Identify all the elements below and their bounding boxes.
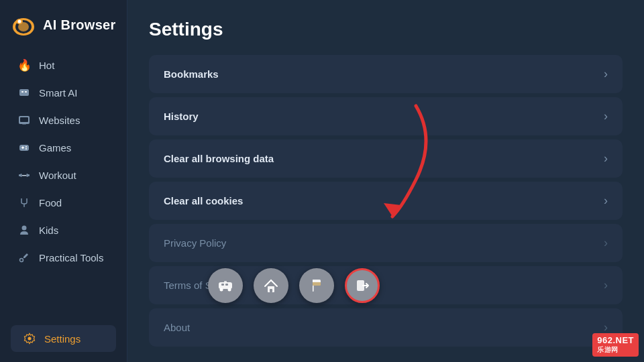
svg-point-24 [28,337,32,341]
sidebar-item-websites[interactable]: Websites [5,107,121,133]
fab-container [208,268,380,303]
settings-item-clear-cookies[interactable]: Clear all cookies › [149,182,623,220]
svg-point-23 [20,259,23,262]
svg-point-22 [22,226,27,231]
settings-item-history[interactable]: History › [149,97,623,135]
history-label: History [164,111,199,122]
app-title: AI Browser [43,17,116,33]
websites-icon [17,113,31,127]
train-fab-button[interactable] [208,268,243,303]
privacy-policy-chevron-icon: › [604,236,608,250]
sidebar-item-smart-ai[interactable]: Smart AI [5,79,121,106]
settings-icon [23,332,36,345]
sidebar-item-hot-label: Hot [39,60,54,71]
hot-icon: 🔥 [17,58,31,72]
sidebar-item-food-label: Food [39,197,62,208]
clear-cookies-label: Clear all cookies [164,195,243,206]
svg-point-28 [228,288,231,292]
sidebar-item-games[interactable]: Games [5,134,121,161]
svg-rect-13 [22,146,23,149]
app-logo-icon [11,12,36,38]
settings-item-privacy-policy[interactable]: Privacy Policy › [149,224,623,262]
svg-rect-21 [23,204,25,207]
sidebar-item-hot[interactable]: 🔥 Hot [5,52,121,78]
svg-rect-33 [270,289,272,292]
sidebar-item-practical-tools-label: Practical Tools [39,252,103,263]
svg-rect-5 [19,89,29,96]
svg-rect-6 [21,91,23,93]
sidebar-item-practical-tools[interactable]: Practical Tools [5,244,121,271]
logout-fab-button[interactable] [345,268,380,303]
svg-rect-18 [21,174,22,177]
sidebar-item-kids-label: Kids [39,225,58,236]
svg-rect-10 [22,123,26,125]
settings-item-bookmarks[interactable]: Bookmarks › [149,55,623,93]
sidebar-item-food[interactable]: Food [5,189,121,216]
clear-cookies-chevron-icon: › [604,194,608,208]
svg-rect-9 [20,117,28,122]
sidebar-item-settings[interactable]: Settings [11,325,116,352]
about-label: About [164,322,190,333]
games-icon [17,141,31,154]
practical-tools-icon [17,251,31,264]
home-fab-button[interactable] [254,268,288,303]
privacy-policy-label: Privacy Policy [164,237,226,249]
sidebar-item-settings-label: Settings [44,333,80,345]
workout-icon [17,168,31,182]
svg-rect-11 [19,145,29,151]
sidebar-header: AI Browser [0,0,127,47]
svg-point-4 [18,20,21,23]
kids-icon [17,223,31,237]
svg-rect-30 [225,284,228,286]
sidebar-footer: Settings [0,318,127,362]
bookmarks-chevron-icon: › [604,67,608,81]
sidebar-item-smart-ai-label: Smart AI [39,87,78,99]
clear-browsing-chevron-icon: › [604,152,608,166]
svg-point-27 [220,288,223,292]
sidebar-item-workout-label: Workout [39,170,76,181]
settings-item-clear-browsing[interactable]: Clear all browsing data › [149,139,623,178]
sidebar-item-games-label: Games [39,142,71,154]
svg-rect-29 [221,284,224,286]
food-icon [17,196,31,209]
sidebar-nav: 🔥 Hot Smart AI Websites Games Workout [0,47,127,318]
svg-point-15 [25,148,27,149]
about-chevron-icon: › [604,320,608,335]
sidebar: AI Browser 🔥 Hot Smart AI Websites Games [0,0,127,362]
page-title: Settings [149,19,623,40]
sidebar-item-workout[interactable]: Workout [5,162,121,188]
main-content: Settings Bookmarks › History › Clear all… [127,0,644,362]
terms-chevron-icon: › [604,278,608,292]
svg-rect-7 [25,91,27,93]
clear-browsing-label: Clear all browsing data [164,153,274,164]
svg-point-14 [25,146,27,147]
svg-rect-31 [224,281,227,283]
svg-rect-20 [22,175,27,176]
svg-rect-19 [27,174,28,177]
history-chevron-icon: › [604,109,608,123]
sidebar-item-kids[interactable]: Kids [5,217,121,243]
smart-ai-icon [17,86,31,99]
flag-fab-button[interactable] [299,268,334,303]
sidebar-item-websites-label: Websites [39,115,80,126]
settings-item-about[interactable]: About › [149,308,623,347]
bookmarks-label: Bookmarks [164,68,219,80]
